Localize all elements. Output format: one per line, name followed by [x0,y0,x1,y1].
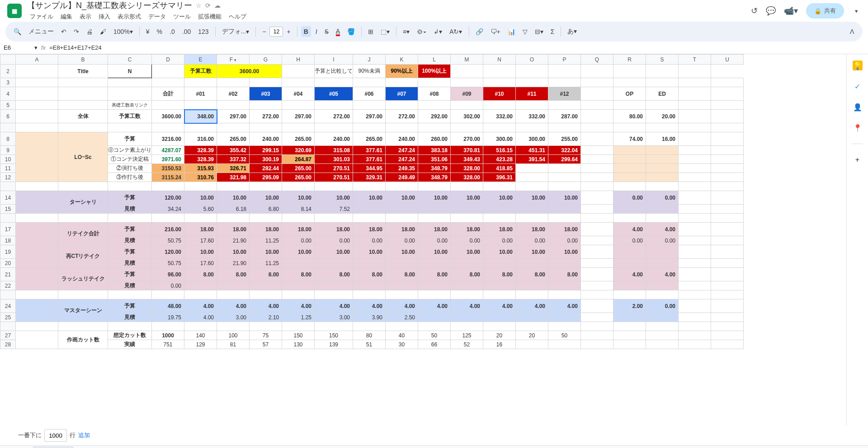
font-select[interactable]: デフォ... ▾ [219,26,252,37]
maps-icon[interactable]: 📍 [853,123,863,133]
row-hdr-15[interactable]: 15 [0,205,16,214]
col-hdr-F[interactable]: F ▾ [217,55,250,65]
undo-icon[interactable]: ↶ [58,26,69,37]
rotate-icon[interactable]: A↻▾ [447,26,465,37]
row-hdr-22[interactable]: 22 [0,281,16,290]
valign-icon[interactable]: ⯐▾ [414,26,429,37]
row-hdr-3[interactable]: 3 [0,78,16,87]
col-hdr-I[interactable]: I [315,55,353,65]
functions-icon[interactable]: Σ [548,26,557,37]
col-hdr-G[interactable]: G [250,55,282,65]
dec-increase-icon[interactable]: .00 [179,26,193,37]
fontsize-inc[interactable]: + [284,26,293,37]
more-formats-icon[interactable]: 123 [195,26,211,37]
menu-tools[interactable]: ツール [170,12,193,22]
row-hdr-18[interactable]: 18 [0,236,16,245]
strike-icon[interactable]: S̶ [322,26,331,37]
row-hdr-17[interactable]: 17 [0,223,16,236]
contacts-icon[interactable]: 👤 [853,102,863,112]
menu-ext[interactable]: 拡張機能 [195,12,224,22]
addrows-link[interactable]: 追加 [78,431,90,439]
wrap-icon[interactable]: ↲▾ [431,26,445,37]
meet-icon[interactable]: 📹▾ [784,6,798,16]
row-hdr-24[interactable]: 24 [0,299,16,313]
borders-icon[interactable]: ⊞ [365,26,376,37]
doc-title[interactable]: 【サンプル】N_基礎工数表シリーズサマリー [27,0,192,11]
row-hdr-12[interactable]: 12 [0,173,16,182]
menu-format[interactable]: 表示形式 [115,12,144,22]
cloud-icon[interactable]: ☁ [214,2,221,9]
col-hdr-A[interactable]: A [16,55,58,65]
expand-icon[interactable]: ᐱ [847,26,857,37]
name-box[interactable] [4,44,31,51]
halign-icon[interactable]: ≡▾ [400,26,412,37]
row-hdr-4[interactable]: 4 [0,87,16,101]
col-hdr-K[interactable]: K [386,55,418,65]
row-hdr-27[interactable]: 27 [0,331,16,340]
col-hdr-B[interactable]: B [58,55,108,65]
col-hdr-T[interactable]: T [679,55,711,65]
filter-views-icon[interactable]: ⊟▾ [532,26,546,37]
col-hdr-D[interactable]: D [152,55,184,65]
col-hdr-R[interactable]: R [613,55,646,65]
history-icon[interactable]: ↺ [751,6,758,16]
col-hdr-P[interactable]: P [548,55,581,65]
menu-view[interactable]: 表示 [77,12,94,22]
row-hdr-10[interactable]: 10 [0,155,16,164]
print-icon[interactable]: 🖨 [84,26,95,37]
col-hdr-E[interactable]: E [184,55,217,65]
row-hdr-6[interactable]: 6 [0,110,16,123]
add-comment-icon[interactable]: 🗨+ [488,26,503,37]
row-hdr-14[interactable]: 14 [0,191,16,205]
zoom-select[interactable]: 100% ▾ [111,26,136,37]
row-hdr-19[interactable]: 19 [0,245,16,259]
italic-icon[interactable]: I [313,26,320,37]
row-hdr-11[interactable]: 11 [0,164,16,173]
fontsize-input[interactable] [269,27,283,37]
grid[interactable]: ABCDEF ▾GHIJKLMNOPQRSTU2TitleN予算工数3600.0… [0,54,846,425]
row-hdr-21[interactable]: 21 [0,268,16,281]
add-addon-icon[interactable]: + [853,155,863,165]
row-hdr-5[interactable]: 5 [0,101,16,110]
col-hdr-C[interactable]: C [108,55,152,65]
namebox-caret[interactable]: ▾ [34,44,38,51]
fill-color-icon[interactable]: 🪣 [344,26,358,37]
menus-btn[interactable]: メニュー [26,26,57,37]
merge-icon[interactable]: ⬚▾ [378,26,392,37]
link-icon[interactable]: 🔗 [473,26,486,37]
row-hdr-8[interactable]: 8 [0,132,16,146]
insert-chart-icon[interactable]: 📊 [505,26,518,37]
menu-insert[interactable]: 挿入 [96,12,113,22]
row-hdr-25[interactable]: 25 [0,313,16,322]
formula-bar[interactable] [49,44,864,51]
tasks-icon[interactable]: ✓ [853,81,863,91]
filter-icon[interactable]: ▽ [520,26,530,37]
keep-icon[interactable]: 💡 [853,61,863,70]
text-color-icon[interactable]: A [333,26,343,38]
input-tools-icon[interactable]: あ▾ [565,26,580,37]
col-hdr-N[interactable]: N [483,55,516,65]
col-hdr-L[interactable]: L [418,55,451,65]
col-hdr-J[interactable]: J [353,55,386,65]
share-button[interactable]: 🔒 共有 [806,3,844,19]
col-hdr-Q[interactable]: Q [581,55,613,65]
percent-icon[interactable]: % [154,26,165,37]
col-hdr-H[interactable]: H [282,55,315,65]
addrows-input[interactable] [44,429,67,442]
search-icon[interactable]: 🔍 [11,26,24,37]
currency-icon[interactable]: ¥ [143,26,152,37]
redo-icon[interactable]: ↷ [71,26,82,37]
share-caret[interactable]: ▾ [852,4,861,18]
menu-help[interactable]: ヘルプ [226,12,249,22]
col-hdr-O[interactable]: O [516,55,548,65]
row-hdr-20[interactable]: 20 [0,259,16,268]
menu-data[interactable]: データ [146,12,169,22]
bold-icon[interactable]: B [301,26,311,37]
fontsize-dec[interactable]: − [259,26,269,37]
row-hdr-2[interactable]: 2 [0,65,16,78]
comment-icon[interactable]: 💬 [766,6,776,16]
col-hdr-M[interactable]: M [451,55,483,65]
paint-format-icon[interactable]: 🖌 [97,26,109,37]
col-hdr-U[interactable]: U [711,55,744,65]
menu-file[interactable]: ファイル [27,12,56,22]
